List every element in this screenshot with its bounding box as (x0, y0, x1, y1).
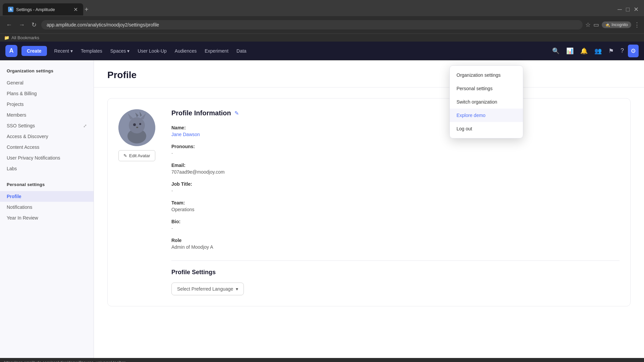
active-tab[interactable]: A Settings - Amplitude ✕ (3, 3, 83, 15)
status-bar: https://app.amplitude.com/analytics/demo… (0, 358, 644, 362)
logo-text: A (9, 47, 14, 54)
role-field: Role Admin of Moodjoy A (171, 238, 620, 250)
browser-chrome: A Settings - Amplitude ✕ + ─ □ ✕ ← → ↻ ☆… (0, 0, 644, 42)
profile-info-title: Profile Information (171, 109, 231, 117)
close-button[interactable]: ✕ (634, 6, 639, 13)
avatar-section: ✎ Edit Avatar (118, 109, 155, 161)
email-value: 707aad9e@moodjoy.com (171, 169, 620, 175)
pronouns-label: Pronouns: (171, 144, 620, 149)
people-icon-button[interactable]: 👥 (592, 45, 604, 57)
sidebar-item-sso[interactable]: SSO Settings ⤢ (0, 120, 94, 131)
incognito-label: Incognito (611, 22, 628, 27)
sidebar-item-profile[interactable]: Profile (0, 191, 94, 202)
sidebar-item-notifications[interactable]: Notifications (0, 202, 94, 213)
switch-org-label: Switch organization (457, 99, 497, 105)
edit-avatar-button[interactable]: ✎ Edit Avatar (118, 150, 155, 161)
dropdown-item-switch-org[interactable]: Switch organization (450, 95, 523, 109)
search-icon-button[interactable]: 🔍 (549, 45, 562, 57)
nav-item-data[interactable]: Data (233, 46, 250, 56)
edit-profile-button[interactable]: ✎ (234, 110, 239, 116)
sidebar-members-label: Members (7, 112, 26, 118)
incognito-badge: 🕵 Incognito (602, 21, 631, 28)
maximize-button[interactable]: □ (626, 6, 630, 13)
nav-item-templates[interactable]: Templates (77, 46, 106, 56)
settings-icon-button[interactable]: ⚙ (628, 45, 639, 57)
profile-settings-title: Profile Settings (171, 269, 620, 276)
tab-sync-icon[interactable]: ▭ (593, 21, 599, 28)
nav-item-recent[interactable]: Recent ▾ (51, 46, 76, 56)
browser-controls: ← → ↻ ☆ ▭ 🕵 Incognito ⋮ (0, 16, 644, 34)
team-label: Team: (171, 200, 620, 205)
tab-title: Settings - Amplitude (16, 7, 55, 12)
nav-user-lookup-label: User Look-Up (138, 48, 166, 54)
sidebar-sso-label: SSO Settings (7, 123, 35, 128)
profile-body: ✎ Edit Avatar Profile Information ✎ (94, 87, 644, 317)
role-value: Admin of Moodjoy A (171, 244, 620, 250)
bookmark-star-icon[interactable]: ☆ (585, 21, 591, 28)
email-label: Email: (171, 163, 620, 168)
address-bar[interactable] (41, 20, 583, 29)
sidebar-access-discovery-label: Access & Discovery (7, 134, 48, 139)
role-label: Role (171, 238, 620, 243)
extensions-icon[interactable]: ⋮ (634, 21, 640, 28)
sidebar-item-members[interactable]: Members (0, 110, 94, 120)
nav-data-label: Data (236, 48, 247, 54)
question-icon-button[interactable]: ? (618, 45, 627, 57)
sidebar-item-access-discovery[interactable]: Access & Discovery (0, 131, 94, 142)
sidebar: Organization settings General Plans & Bi… (0, 60, 94, 358)
back-button[interactable]: ← (4, 20, 14, 30)
email-field: Email: 707aad9e@moodjoy.com (171, 163, 620, 175)
pencil-icon: ✎ (123, 153, 127, 158)
personal-settings-section-title: Personal settings (0, 182, 94, 191)
chevron-down-icon: ▾ (70, 48, 73, 54)
dropdown-item-personal-settings[interactable]: Personal settings (450, 82, 523, 95)
nav-item-experiment[interactable]: Experiment (201, 46, 232, 56)
nav-recent-label: Recent (54, 48, 69, 54)
bio-value: - (171, 226, 620, 231)
sidebar-item-user-privacy[interactable]: User Privacy Notifications (0, 153, 94, 163)
profile-settings-section: Profile Settings Select Preferred Langua… (171, 260, 620, 295)
sidebar-item-content-access[interactable]: Content Access (0, 142, 94, 153)
tab-close-button[interactable]: ✕ (73, 6, 78, 13)
incognito-icon: 🕵 (605, 22, 610, 27)
app-topbar: A Create Recent ▾ Templates Spaces ▾ Use… (0, 42, 644, 60)
nav-item-spaces[interactable]: Spaces ▾ (107, 46, 133, 56)
dropdown-item-org-settings[interactable]: Organization settings (450, 68, 523, 82)
chart-icon-button[interactable]: 📊 (564, 45, 576, 57)
amplitude-logo[interactable]: A (5, 45, 17, 57)
sidebar-item-projects[interactable]: Projects (0, 99, 94, 110)
sidebar-item-year-in-review[interactable]: Year In Review (0, 213, 94, 223)
profile-layout: ✎ Edit Avatar Profile Information ✎ (118, 109, 620, 295)
profile-left: ✎ Edit Avatar (118, 109, 155, 295)
bell-icon-button[interactable]: 🔔 (578, 45, 590, 57)
edit-avatar-label: Edit Avatar (129, 153, 150, 158)
job-title-value: - (171, 188, 620, 193)
nav-templates-label: Templates (81, 48, 102, 54)
sidebar-item-plans-billing[interactable]: Plans & Billing (0, 88, 94, 99)
flag-icon-button[interactable]: ⚑ (606, 45, 616, 57)
sidebar-item-labs[interactable]: Labs (0, 163, 94, 174)
profile-card: ✎ Edit Avatar Profile Information ✎ (107, 98, 631, 306)
page-header: Profile (94, 60, 644, 87)
forward-button[interactable]: → (17, 20, 27, 30)
refresh-button[interactable]: ↻ (30, 20, 39, 30)
sidebar-profile-label: Profile (7, 194, 21, 199)
sidebar-user-privacy-label: User Privacy Notifications (7, 155, 60, 161)
topbar-nav: Recent ▾ Templates Spaces ▾ User Look-Up… (51, 46, 545, 56)
language-select-button[interactable]: Select Preferred Language ▾ (171, 283, 244, 295)
dropdown-item-explore-demo[interactable]: Explore demo (450, 109, 523, 122)
pronouns-value: - (171, 150, 620, 156)
org-settings-section-title: Organization settings (0, 68, 94, 77)
chevron-down-icon-spaces: ▾ (127, 48, 129, 54)
create-button[interactable]: Create (21, 46, 47, 56)
explore-demo-label: Explore demo (457, 113, 485, 118)
sidebar-item-general[interactable]: General (0, 77, 94, 88)
nav-item-audiences[interactable]: Audiences (171, 46, 200, 56)
log-out-label: Log out (457, 126, 472, 131)
dropdown-item-log-out[interactable]: Log out (450, 122, 523, 135)
minimize-button[interactable]: ─ (618, 6, 622, 13)
nav-item-user-lookup[interactable]: User Look-Up (134, 46, 170, 56)
personal-settings-label: Personal settings (457, 86, 492, 91)
svg-point-7 (136, 127, 138, 128)
new-tab-button[interactable]: + (85, 6, 89, 13)
